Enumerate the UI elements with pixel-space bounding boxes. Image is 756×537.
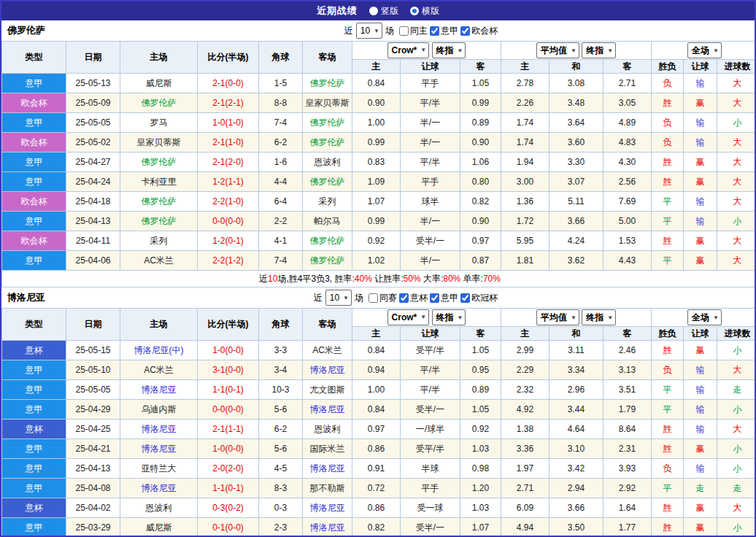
result-goals: 小 (717, 113, 756, 133)
filter-checkbox-input[interactable] (430, 293, 439, 303)
europe-away-odds: 4.89 (603, 113, 652, 133)
radio-label: 横版 (422, 5, 439, 18)
filter-checkbox[interactable]: 意甲 (430, 25, 458, 37)
europe-home-odds: 1.74 (501, 113, 549, 133)
page-title: 近期战绩 (317, 4, 358, 18)
result-outcome: 负 (652, 133, 684, 152)
scope-select[interactable]: 全场▼ (687, 309, 722, 325)
europe-away-odds: 2.46 (603, 341, 652, 360)
away-team: 帕尔马 (303, 212, 352, 231)
col-home-header: 主场 (120, 309, 198, 341)
europe-home-odds: 6.09 (501, 498, 549, 518)
layout-radio-vertical[interactable]: 竖版 (369, 5, 398, 18)
result-outcome: 胜 (652, 518, 684, 537)
competition-badge: 意甲 (2, 459, 66, 479)
match-score: 0-0(0-0) (198, 212, 259, 231)
europe-final-odds-select[interactable]: 终指▼ (582, 309, 616, 325)
match-row: 意甲 25-04-13 佛罗伦萨 0-0(0-0) 2-2 帕尔马 0.99 半… (2, 212, 756, 231)
results-header: 近期战绩 竖版 横版 (1, 1, 755, 20)
europe-average-select[interactable]: 平均值▼ (536, 42, 579, 58)
europe-away-odds: 4.43 (603, 251, 652, 271)
result-outcome: 负 (652, 360, 684, 380)
europe-away-header: 客 (603, 60, 652, 74)
filter-checkbox-input[interactable] (460, 26, 470, 36)
filter-checkbox[interactable]: 欧会杯 (460, 25, 498, 37)
europe-average-select[interactable]: 平均值▼ (536, 309, 579, 325)
asian-away-odds: 0.92 (460, 420, 501, 439)
competition-filters: 同主意甲欧会杯 (397, 25, 498, 37)
asian-home-odds: 0.94 (352, 360, 401, 380)
asian-away-odds: 1.06 (460, 152, 501, 172)
company-select[interactable]: Crow*▼ (387, 309, 430, 325)
filter-checkbox-input[interactable] (430, 26, 439, 36)
match-filter: 近 10▼ 场 同赛意杯意甲欧冠杯 (314, 290, 498, 306)
col-corner-header: 角球 (259, 309, 303, 341)
match-date: 25-04-25 (66, 420, 120, 439)
europe-away-odds: 4.83 (603, 133, 652, 152)
competition-badge: 意甲 (2, 74, 66, 93)
near-label: 近 (314, 292, 323, 304)
europe-away-odds: 1.64 (603, 498, 652, 518)
europe-away-odds: 3.05 (603, 93, 652, 113)
match-date: 25-05-02 (66, 133, 120, 152)
layout-radio-horizontal[interactable]: 横版 (410, 5, 439, 18)
away-team: 那不勒斯 (303, 479, 352, 498)
result-goals: 大 (717, 172, 756, 192)
filter-checkbox-input[interactable] (399, 293, 409, 303)
col-date-header: 日期 (66, 42, 120, 74)
asian-final-odds-select[interactable]: 终指▼ (432, 42, 466, 58)
asian-home-odds: 0.99 (352, 212, 401, 231)
corner-score: 6-4 (259, 192, 303, 212)
asian-home-odds: 0.84 (352, 400, 401, 420)
filter-checkbox-input[interactable] (399, 26, 409, 36)
result-handicap: 赢 (684, 439, 717, 459)
europe-draw-header: 和 (549, 60, 603, 74)
away-team: 恩波利 (303, 152, 352, 172)
asian-handicap: 平/半 (401, 360, 460, 380)
filter-checkbox[interactable]: 意杯 (399, 292, 428, 304)
result-goals: 小 (717, 341, 756, 360)
corner-score: 5-6 (259, 400, 303, 420)
team-sections: 佛罗伦萨 近 10▼ 场 同主意甲欧会杯 类型 日期 主场 比分(半场) 角球 … (1, 20, 755, 537)
match-date: 25-05-13 (66, 74, 120, 93)
match-row: 意甲 25-05-05 博洛尼亚 1-1(0-1) 10-3 尤文图斯 1.00… (2, 380, 756, 400)
filter-checkbox-input[interactable] (460, 293, 470, 303)
dropdown-arrow-icon: ▼ (571, 47, 576, 54)
asian-final-odds-select[interactable]: 终指▼ (432, 309, 466, 325)
filter-checkbox[interactable]: 意甲 (430, 292, 458, 304)
match-date: 25-04-06 (66, 251, 120, 271)
europe-home-odds: 1.74 (501, 133, 549, 152)
match-score: 0-0(0-0) (198, 400, 259, 420)
asian-away-odds: 0.95 (460, 360, 501, 380)
match-date: 25-04-29 (66, 400, 120, 420)
competition-badge: 意杯 (2, 498, 66, 518)
company-select[interactable]: Crow*▼ (387, 42, 430, 58)
filter-checkbox[interactable]: 同赛 (369, 292, 397, 304)
asian-away-odds: 0.80 (460, 172, 501, 192)
corner-score: 8-8 (259, 93, 303, 113)
match-count-select[interactable]: 10▼ (325, 290, 352, 306)
asian-handicap: 平/半 (401, 152, 460, 172)
match-count-select[interactable]: 10▼ (356, 23, 382, 39)
col-home-header: 主场 (120, 42, 198, 74)
result-outcome: 负 (652, 459, 684, 479)
europe-draw-odds: 3.66 (549, 498, 603, 518)
result-outcome: 胜 (652, 420, 684, 439)
home-team: 博洛尼亚(中) (120, 341, 198, 360)
asian-away-odds: 0.97 (460, 231, 501, 251)
filter-checkbox[interactable]: 欧冠杯 (460, 292, 498, 304)
filter-checkbox-label: 意甲 (441, 25, 458, 37)
result-goals: 小 (717, 400, 756, 420)
company-select-value: Crow* (392, 45, 417, 55)
away-team: 博洛尼亚 (303, 459, 352, 479)
col-away-header: 客场 (303, 42, 352, 74)
result-outcome: 胜 (652, 231, 684, 251)
scope-select[interactable]: 全场▼ (687, 42, 722, 58)
filter-checkbox-input[interactable] (369, 293, 378, 303)
away-team: 博洛尼亚 (303, 400, 352, 420)
filter-checkbox[interactable]: 同主 (399, 25, 428, 37)
result-outcome: 胜 (652, 152, 684, 172)
europe-final-odds-select[interactable]: 终指▼ (582, 42, 616, 58)
col-corner-header: 角球 (259, 42, 303, 74)
dropdown-arrow-icon: ▼ (607, 314, 613, 321)
